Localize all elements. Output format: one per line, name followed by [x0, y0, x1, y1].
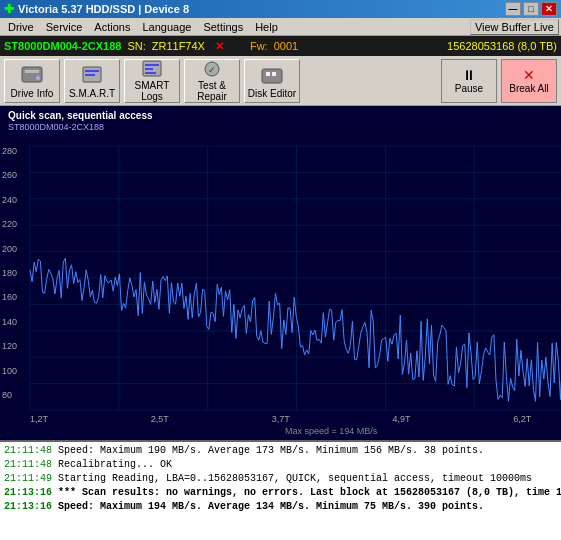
log-line: 21:13:16 *** Scan results: no warnings, …: [4, 486, 561, 500]
disk-editor-button[interactable]: Disk Editor: [244, 59, 300, 103]
device-sn: ZR11F74X: [152, 40, 205, 52]
menu-settings[interactable]: Settings: [197, 20, 249, 34]
device-fw: 0001: [274, 40, 298, 52]
svg-rect-14: [272, 72, 276, 76]
break-icon: ✕: [523, 67, 535, 83]
drive-info-button[interactable]: Drive Info: [4, 59, 60, 103]
svg-rect-9: [145, 72, 156, 74]
device-bar: ST8000DM004-2CX188 SN: ZR11F74X ✕ Fw: 00…: [0, 36, 561, 56]
test-repair-button[interactable]: ✓ Test & Repair: [184, 59, 240, 103]
y-axis-labels: 280 260 240 220 200 180 160 140 120 100 …: [2, 146, 17, 400]
toolbar: Drive Info S.M.A.R.T SMART Logs ✓ Test &…: [0, 56, 561, 106]
scan-chart: [0, 106, 561, 440]
drive-info-icon: [20, 63, 44, 87]
minimize-button[interactable]: —: [505, 2, 521, 16]
menu-bar: Drive Service Actions Language Settings …: [0, 18, 561, 36]
device-close[interactable]: ✕: [215, 40, 224, 53]
smart-button[interactable]: S.M.A.R.T: [64, 59, 120, 103]
log-panel[interactable]: 21:11:48 Speed: Maximum 190 MB/s. Averag…: [0, 440, 561, 540]
pause-icon: ⏸: [462, 67, 476, 83]
svg-rect-13: [266, 72, 270, 76]
chart-panel: Quick scan, sequential access ST8000DM00…: [0, 106, 561, 440]
svg-rect-5: [85, 74, 95, 76]
svg-rect-4: [85, 70, 99, 72]
device-sn-label: SN:: [127, 40, 145, 52]
main-area: Quick scan, sequential access ST8000DM00…: [0, 106, 561, 540]
menu-language[interactable]: Language: [136, 20, 197, 34]
svg-text:✓: ✓: [208, 65, 216, 75]
break-all-button[interactable]: ✕ Break All: [501, 59, 557, 103]
close-button[interactable]: ✕: [541, 2, 557, 16]
device-model: ST8000DM004-2CX188: [4, 40, 121, 52]
menu-drive[interactable]: Drive: [2, 20, 40, 34]
x-axis-labels: 1,2T 2,5T 3,7T 4,9T 6,2T 7,4T: [30, 414, 561, 424]
log-line: 21:11:49 Starting Reading, LBA=0..156280…: [4, 472, 561, 486]
menu-service[interactable]: Service: [40, 20, 89, 34]
pause-button[interactable]: ⏸ Pause: [441, 59, 497, 103]
log-line: 21:11:48 Speed: Maximum 190 MB/s. Averag…: [4, 444, 561, 458]
menu-actions[interactable]: Actions: [88, 20, 136, 34]
test-repair-icon: ✓: [200, 59, 224, 79]
title-bar: ✚ Victoria 5.37 HDD/SSD | Device 8 — □ ✕: [0, 0, 561, 18]
log-line: 21:13:16 Speed: Maximum 194 MB/s. Averag…: [4, 500, 561, 514]
svg-rect-0: [22, 67, 42, 82]
title-bar-text: Victoria 5.37 HDD/SSD | Device 8: [18, 3, 189, 15]
maximize-button[interactable]: □: [523, 2, 539, 16]
log-line: 21:11:48 Recalibrating... OK: [4, 458, 561, 472]
smart-logs-button[interactable]: SMART Logs: [124, 59, 180, 103]
smart-logs-icon: [140, 59, 164, 79]
smart-icon: [80, 63, 104, 87]
chart-log-area: Quick scan, sequential access ST8000DM00…: [0, 106, 561, 540]
svg-rect-7: [145, 64, 159, 66]
chart-subtitle: ST8000DM004-2CX188: [8, 122, 104, 132]
app-icon: ✚: [4, 2, 14, 16]
svg-rect-1: [25, 70, 39, 73]
disk-editor-icon: [260, 63, 284, 87]
max-speed-label: Max speed = 194 MB/s: [285, 426, 377, 436]
device-fw-label: Fw:: [250, 40, 268, 52]
svg-point-2: [36, 76, 40, 80]
svg-rect-8: [145, 68, 153, 70]
menu-view-buffer[interactable]: View Buffer Live: [470, 19, 559, 35]
menu-help[interactable]: Help: [249, 20, 284, 34]
device-size: 15628053168 (8,0 TB): [447, 40, 557, 52]
chart-title: Quick scan, sequential access: [8, 110, 153, 121]
